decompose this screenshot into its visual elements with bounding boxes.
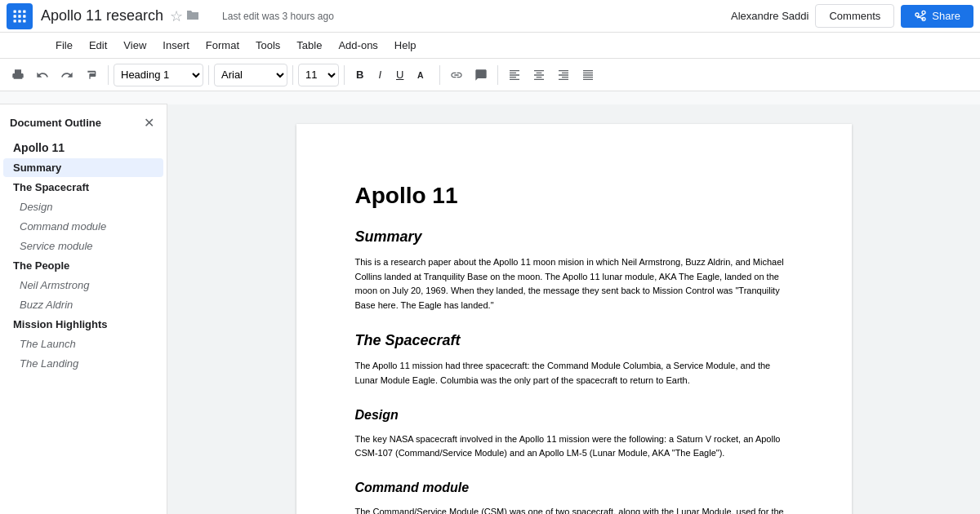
justify-button[interactable] xyxy=(577,64,599,86)
section-body: The Command/Service Module (CSM) was one… xyxy=(355,505,793,514)
outline-item[interactable]: Apollo 11 xyxy=(3,138,163,157)
font-select[interactable]: Arial xyxy=(214,64,287,86)
redo-button[interactable] xyxy=(56,64,78,86)
svg-rect-1 xyxy=(18,10,20,12)
svg-rect-4 xyxy=(18,15,20,17)
font-size-select[interactable]: 11 xyxy=(298,64,339,86)
align-left-button[interactable] xyxy=(503,64,526,86)
document-main-title: Apollo 11 xyxy=(355,183,793,209)
section-body: The Apollo 11 mission had three spacecra… xyxy=(355,359,793,388)
google-apps-icon[interactable] xyxy=(7,3,33,29)
outline-item[interactable]: Design xyxy=(3,197,163,216)
menu-addons[interactable]: Add-ons xyxy=(332,36,384,55)
menu-bar: File Edit View Insert Format Tools Table… xyxy=(0,33,980,59)
outline-item[interactable]: The Landing xyxy=(3,354,163,373)
outline-item[interactable]: Buzz Aldrin xyxy=(3,295,163,314)
menu-format[interactable]: Format xyxy=(199,36,246,55)
sidebar-title: Document Outline xyxy=(10,117,101,129)
toolbar: Heading 1 Arial 11 B I U A xyxy=(0,59,980,91)
outline-item[interactable]: Command module xyxy=(3,217,163,236)
folder-icon[interactable] xyxy=(186,9,199,23)
svg-rect-8 xyxy=(23,20,25,22)
document-sections: SummaryThis is a research paper about th… xyxy=(355,228,793,514)
menu-view[interactable]: View xyxy=(117,36,153,55)
svg-rect-3 xyxy=(14,15,16,17)
document-title: Apollo 11 research xyxy=(41,7,163,24)
share-label: Share xyxy=(932,10,960,22)
comments-button[interactable]: Comments xyxy=(815,4,894,28)
italic-button[interactable]: I xyxy=(372,64,388,86)
svg-rect-7 xyxy=(18,20,20,22)
share-button[interactable]: Share xyxy=(901,5,973,28)
undo-button[interactable] xyxy=(31,64,54,86)
svg-rect-10 xyxy=(167,91,980,104)
outline-item[interactable]: The People xyxy=(3,256,163,275)
menu-table[interactable]: Table xyxy=(290,36,328,55)
outline-item[interactable]: Summary xyxy=(3,158,163,177)
menu-edit[interactable]: Edit xyxy=(82,36,114,55)
outline-item[interactable]: Mission Highlights xyxy=(3,315,163,334)
menu-tools[interactable]: Tools xyxy=(249,36,287,55)
svg-rect-2 xyxy=(23,10,25,12)
section-body: This is a research paper about the Apoll… xyxy=(355,255,793,312)
svg-rect-0 xyxy=(14,10,16,12)
top-right-actions: Alexandre Saddi Comments Share xyxy=(731,4,973,28)
section-heading: The Spacecraft xyxy=(355,332,793,349)
outline-items: Apollo 11SummaryThe SpacecraftDesignComm… xyxy=(0,138,167,373)
main-layout: Document Outline ✕ Apollo 11SummaryThe S… xyxy=(0,104,980,514)
comment-button[interactable] xyxy=(470,64,492,86)
section-heading: Command module xyxy=(355,481,793,495)
sidebar-header: Document Outline ✕ xyxy=(0,104,167,137)
svg-rect-5 xyxy=(23,15,25,17)
top-bar: Apollo 11 research ☆ Last edit was 3 hou… xyxy=(0,0,980,33)
star-icon[interactable]: ☆ xyxy=(170,7,183,25)
align-right-button[interactable] xyxy=(552,64,575,86)
align-center-button[interactable] xyxy=(528,64,550,86)
section-heading: Summary xyxy=(355,228,793,246)
ruler xyxy=(0,91,980,104)
svg-text:A: A xyxy=(417,69,424,79)
bold-button[interactable]: B xyxy=(350,64,370,86)
outline-item[interactable]: Service module xyxy=(3,237,163,255)
sidebar-close-button[interactable]: ✕ xyxy=(140,114,157,131)
heading-select[interactable]: Heading 1 xyxy=(114,64,203,86)
outline-item[interactable]: The Launch xyxy=(3,335,163,353)
menu-help[interactable]: Help xyxy=(388,36,423,55)
document-outline-sidebar: Document Outline ✕ Apollo 11SummaryThe S… xyxy=(0,104,167,514)
menu-file[interactable]: File xyxy=(49,36,79,55)
menu-insert[interactable]: Insert xyxy=(156,36,196,55)
outline-item[interactable]: The Spacecraft xyxy=(3,178,163,197)
underline-button[interactable]: U xyxy=(390,64,410,86)
last-edit-text: Last edit was 3 hours ago xyxy=(222,11,334,22)
print-button[interactable] xyxy=(7,64,29,86)
link-button[interactable] xyxy=(445,64,468,86)
svg-rect-6 xyxy=(14,20,16,22)
text-color-button[interactable]: A xyxy=(412,64,434,86)
user-name: Alexandre Saddi xyxy=(731,10,808,22)
document-area: Apollo 11 SummaryThis is a research pape… xyxy=(167,104,980,514)
document-page: Apollo 11 SummaryThis is a research pape… xyxy=(296,124,852,514)
paint-format-button[interactable] xyxy=(80,64,103,86)
section-heading: Design xyxy=(355,408,793,423)
outline-item[interactable]: Neil Armstrong xyxy=(3,276,163,295)
section-body: The key NASA spacecraft involved in the … xyxy=(355,432,793,461)
